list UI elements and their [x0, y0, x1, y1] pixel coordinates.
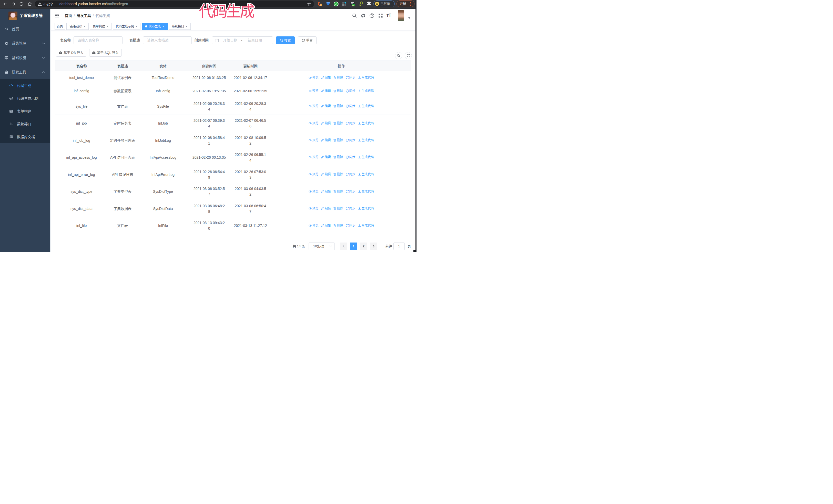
svg-text:1: 1	[320, 4, 322, 6]
svg-text:on: on	[352, 4, 354, 6]
